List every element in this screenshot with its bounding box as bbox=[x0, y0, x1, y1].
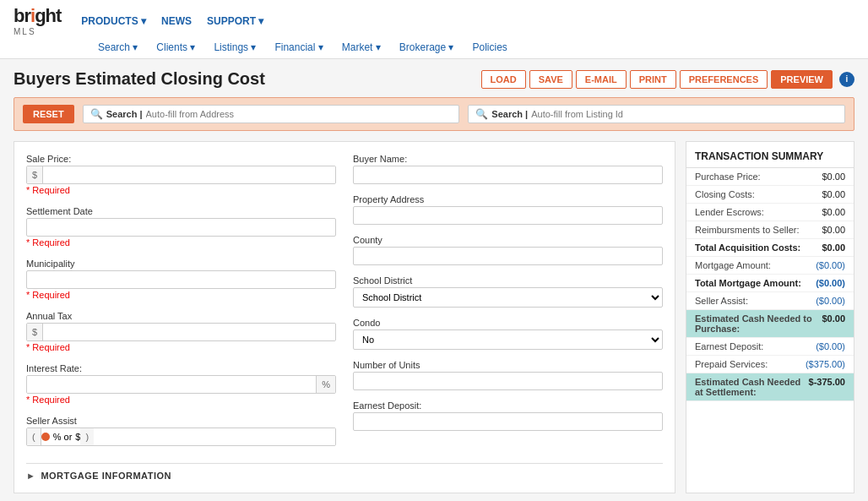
listings-menu[interactable]: Listings ▾ bbox=[214, 41, 256, 53]
seller-assist-paren-close: ) bbox=[80, 428, 94, 445]
summary-mortgage-amount-value: ($0.00) bbox=[816, 260, 845, 270]
seller-assist-paren-open: ( bbox=[27, 428, 41, 445]
summary-mortgage-amount-label: Mortgage Amount: bbox=[695, 260, 771, 270]
form-area: Sale Price: $ * Required Settlement Date… bbox=[14, 141, 675, 493]
seller-assist-input[interactable] bbox=[94, 428, 335, 445]
settlement-date-input[interactable] bbox=[26, 218, 336, 237]
preview-button[interactable]: PREVIEW bbox=[771, 70, 833, 89]
form-right-col: Buyer Name: Property Address County bbox=[353, 154, 663, 456]
help-badge[interactable]: i bbox=[839, 72, 854, 87]
municipality-input[interactable] bbox=[26, 270, 336, 289]
summary-lender-escrows-label: Lender Escrows: bbox=[695, 207, 764, 217]
policies-link[interactable]: Policies bbox=[472, 41, 507, 53]
county-input[interactable] bbox=[353, 247, 663, 265]
email-button[interactable]: E-MAIL bbox=[576, 70, 627, 89]
sale-price-input[interactable] bbox=[43, 166, 335, 183]
sale-price-input-wrap: $ bbox=[26, 166, 336, 184]
property-address-input[interactable] bbox=[353, 206, 663, 225]
seller-assist-percent: % or bbox=[50, 432, 76, 442]
condo-label: Condo bbox=[353, 318, 663, 328]
form-columns: Sale Price: $ * Required Settlement Date… bbox=[26, 154, 663, 456]
sale-price-required: * Required bbox=[26, 185, 70, 195]
products-menu[interactable]: PRODUCTS ▾ bbox=[81, 15, 146, 27]
search-menu[interactable]: Search ▾ bbox=[98, 41, 138, 53]
annual-tax-prefix: $ bbox=[27, 324, 43, 340]
school-district-label: School District bbox=[353, 275, 663, 286]
load-button[interactable]: LOAD bbox=[481, 70, 526, 89]
summary-earnest-deposit: Earnest Deposit: ($0.00) bbox=[686, 338, 854, 356]
preferences-button[interactable]: PREFERENCES bbox=[680, 70, 768, 89]
top-navigation: bright MLS PRODUCTS ▾ NEWS SUPPORT ▾ Sea… bbox=[0, 0, 868, 59]
mortgage-chevron-icon: ► bbox=[26, 471, 35, 481]
municipality-group: Municipality * Required bbox=[26, 259, 336, 301]
market-menu[interactable]: Market ▾ bbox=[342, 41, 381, 53]
condo-select[interactable]: No Yes bbox=[354, 330, 662, 349]
condo-select-wrap: No Yes bbox=[353, 329, 663, 350]
seller-assist-label: Seller Assist bbox=[26, 416, 336, 426]
summary-purchase-price-value: $0.00 bbox=[822, 172, 845, 182]
annual-tax-label: Annual Tax bbox=[26, 311, 336, 321]
summary-total-acquisition: Total Acquisition Costs: $0.00 bbox=[686, 239, 854, 257]
reset-button[interactable]: RESET bbox=[23, 105, 74, 123]
summary-prepaid-services-label: Prepaid Services: bbox=[695, 359, 768, 369]
school-district-group: School District School District bbox=[353, 275, 663, 308]
school-district-select-wrap: School District bbox=[353, 287, 663, 308]
summary-earnest-deposit-value: ($0.00) bbox=[816, 341, 845, 351]
summary-total-acquisition-value: $0.00 bbox=[822, 242, 845, 253]
settlement-date-group: Settlement Date * Required bbox=[26, 206, 336, 248]
summary-seller-assist-label: Seller Assist: bbox=[695, 296, 748, 306]
main-content: Sale Price: $ * Required Settlement Date… bbox=[14, 141, 854, 493]
summary-earnest-deposit-label: Earnest Deposit: bbox=[695, 341, 763, 351]
buyer-name-input[interactable] bbox=[353, 166, 663, 184]
summary-seller-assist-value: ($0.00) bbox=[816, 296, 845, 306]
clients-menu[interactable]: Clients ▾ bbox=[156, 41, 195, 53]
number-of-units-label: Number of Units bbox=[353, 360, 663, 370]
municipality-label: Municipality bbox=[26, 259, 336, 269]
summary-closing-costs-value: $0.00 bbox=[822, 189, 845, 199]
summary-closing-costs: Closing Costs: $0.00 bbox=[686, 186, 854, 204]
summary-total-mortgage: Total Mortgage Amount: ($0.00) bbox=[686, 275, 854, 292]
interest-rate-suffix: % bbox=[316, 376, 335, 393]
condo-group: Condo No Yes bbox=[353, 318, 663, 350]
page-title: Buyers Estimated Closing Cost bbox=[14, 69, 265, 89]
save-button[interactable]: SAVE bbox=[529, 70, 572, 89]
search-bar: RESET 🔍 Search | 🔍 Search | bbox=[14, 97, 854, 131]
sale-price-label: Sale Price: bbox=[26, 154, 336, 164]
summary-lender-escrows-value: $0.00 bbox=[822, 207, 845, 217]
interest-rate-input[interactable] bbox=[27, 376, 316, 393]
summary-seller-assist: Seller Assist: ($0.00) bbox=[686, 292, 854, 310]
settlement-date-label: Settlement Date bbox=[26, 206, 336, 216]
summary-est-cash-purchase: Estimated Cash Needed to Purchase: $0.00 bbox=[686, 310, 854, 338]
transaction-summary-title: TRANSACTION SUMMARY bbox=[686, 142, 854, 168]
number-of-units-input[interactable]: 1 bbox=[353, 372, 663, 390]
page-content: Buyers Estimated Closing Cost LOAD SAVE … bbox=[0, 59, 868, 501]
county-label: County bbox=[353, 235, 663, 245]
summary-prepaid-services-value: ($375.00) bbox=[806, 359, 845, 369]
interest-rate-input-wrap: % bbox=[26, 375, 336, 394]
financial-menu[interactable]: Financial ▾ bbox=[274, 41, 323, 53]
news-link[interactable]: NEWS bbox=[161, 15, 192, 27]
brokerage-menu[interactable]: Brokerage ▾ bbox=[399, 41, 454, 53]
buyer-name-label: Buyer Name: bbox=[353, 154, 663, 164]
listing-search-input[interactable] bbox=[531, 109, 838, 119]
search-label-2: Search | bbox=[491, 109, 528, 119]
address-search-input[interactable] bbox=[146, 109, 453, 119]
print-button[interactable]: PRINT bbox=[630, 70, 676, 89]
property-address-label: Property Address bbox=[353, 194, 663, 204]
earnest-deposit-input[interactable] bbox=[353, 412, 663, 431]
search-icon-1: 🔍 bbox=[90, 108, 103, 120]
mortgage-section-header[interactable]: ► MORTGAGE INFORMATION bbox=[26, 463, 663, 481]
support-menu[interactable]: SUPPORT ▾ bbox=[207, 15, 263, 27]
earnest-deposit-group: Earnest Deposit: bbox=[353, 400, 663, 431]
summary-reimbursements-label: Reimbursments to Seller: bbox=[695, 225, 800, 235]
interest-rate-label: Interest Rate: bbox=[26, 363, 336, 373]
earnest-deposit-label: Earnest Deposit: bbox=[353, 400, 663, 411]
summary-mortgage-amount: Mortgage Amount: ($0.00) bbox=[686, 257, 854, 275]
annual-tax-required: * Required bbox=[26, 342, 70, 352]
property-address-group: Property Address bbox=[353, 194, 663, 225]
seller-assist-radio-dot bbox=[41, 433, 50, 441]
school-district-select[interactable]: School District bbox=[354, 288, 662, 307]
summary-reimbursements: Reimbursments to Seller: $0.00 bbox=[686, 221, 854, 239]
annual-tax-input[interactable] bbox=[43, 324, 335, 340]
summary-lender-escrows: Lender Escrows: $0.00 bbox=[686, 204, 854, 221]
